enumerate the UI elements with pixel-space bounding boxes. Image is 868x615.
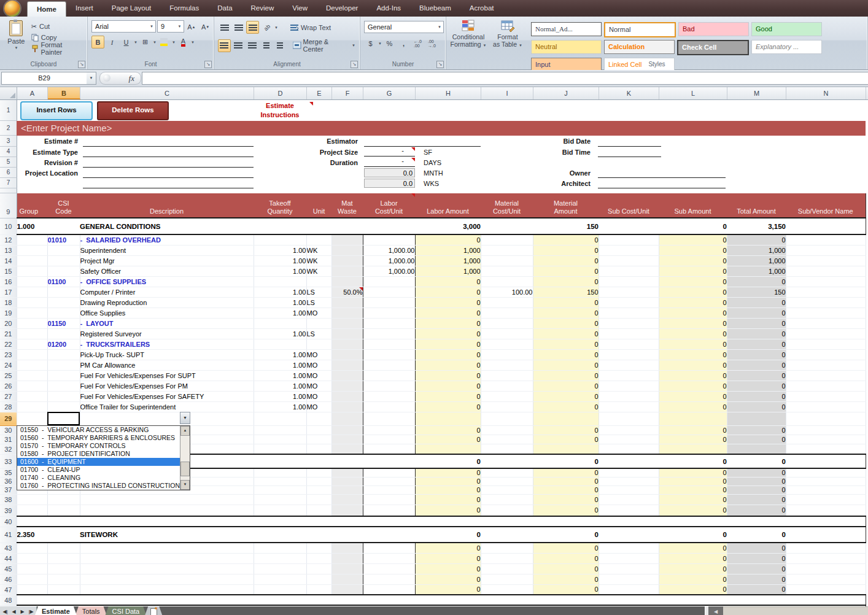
cell-J40[interactable] (533, 516, 599, 527)
cell-C40[interactable] (80, 516, 254, 527)
formula-input[interactable] (142, 72, 868, 85)
cell-M16[interactable]: 0 (727, 276, 786, 287)
cell-J26[interactable]: 0 (533, 381, 599, 391)
cell-D40[interactable] (254, 516, 306, 527)
cell-J29[interactable] (533, 412, 599, 425)
cell-N17[interactable] (786, 287, 866, 297)
cell-K25[interactable] (599, 370, 659, 381)
scroll-down-icon[interactable]: ▼ (180, 480, 190, 490)
cell-C41[interactable]: SITEWORK (80, 527, 254, 543)
increase-indent-button[interactable] (274, 39, 287, 52)
cell-D43[interactable] (254, 543, 306, 553)
cell-G44[interactable] (363, 553, 415, 563)
next-sheet-icon[interactable]: ▶ (18, 609, 26, 614)
cell-H33[interactable]: 0 (415, 454, 481, 468)
cell-D38[interactable] (254, 494, 306, 505)
cell-F41[interactable] (331, 527, 363, 543)
insert-rows-button[interactable]: Insert Rows (20, 101, 93, 120)
header-cell-N9[interactable]: Sub/Vendor Name (786, 193, 866, 218)
header-cell-E9[interactable]: Unit (306, 193, 331, 218)
row-header-24[interactable]: 24 (0, 360, 17, 370)
cell-K10[interactable] (599, 218, 659, 234)
cell-J33[interactable]: 0 (533, 454, 599, 468)
cell-H18[interactable]: 0 (415, 297, 481, 308)
owner-field[interactable] (598, 168, 726, 178)
cell-A23[interactable] (17, 349, 47, 360)
cell-I38[interactable] (481, 494, 533, 505)
cell-J16[interactable]: 0 (533, 276, 599, 287)
cell-G40[interactable] (363, 516, 415, 527)
csi-option-01600[interactable]: 01600 - EQUIPMENT (17, 458, 180, 466)
cell-H40[interactable] (415, 516, 481, 527)
cell-N38[interactable] (786, 494, 866, 505)
cell-K23[interactable] (599, 349, 659, 360)
row-header-3[interactable]: 3 (0, 136, 17, 147)
cell-C15[interactable]: Safety Officer (80, 266, 254, 276)
grow-font-button[interactable]: A▲ (185, 20, 198, 33)
cell-F19[interactable] (331, 308, 363, 318)
row-header-28[interactable]: 28 (0, 401, 17, 412)
cell-E23[interactable]: MO (306, 349, 331, 360)
cell-L25[interactable]: 0 (659, 370, 727, 381)
architect-field[interactable] (598, 178, 726, 188)
cell-N18[interactable] (786, 297, 866, 308)
cell-D15[interactable]: 1.00 (254, 266, 306, 276)
cell-F20[interactable] (331, 318, 363, 328)
cell-F36[interactable] (331, 477, 363, 485)
ribbon-tab-home[interactable]: Home (27, 1, 66, 17)
cell-L38[interactable]: 0 (659, 494, 727, 505)
cell-E16[interactable] (306, 276, 331, 287)
cell-C14[interactable]: Project Mgr (80, 255, 254, 266)
cell-B43[interactable] (47, 543, 80, 553)
cell-M43[interactable]: 0 (727, 543, 786, 553)
column-header-C[interactable]: C (80, 87, 254, 99)
cell-C22[interactable]: TRUCKS/TRAILERS (80, 339, 254, 349)
cell-K39[interactable] (599, 505, 659, 516)
fill-caret-icon[interactable]: ▼ (172, 41, 176, 44)
header-cell-C9[interactable]: Description (80, 193, 254, 218)
cell-I13[interactable] (481, 245, 533, 255)
cell-F24[interactable] (331, 360, 363, 370)
cell-H36[interactable]: 0 (415, 477, 481, 485)
header-cell-F9[interactable]: MatWaste (331, 193, 363, 218)
cell-M32[interactable] (727, 444, 786, 454)
cell-E24[interactable]: MO (306, 360, 331, 370)
cell-N22[interactable] (786, 339, 866, 349)
cell-M28[interactable]: 0 (727, 401, 786, 412)
cell-B29[interactable] (47, 412, 80, 425)
cell-A22[interactable] (17, 339, 47, 349)
cell-L19[interactable]: 0 (659, 308, 727, 318)
ribbon-tab-page-layout[interactable]: Page Layout (103, 1, 161, 15)
cell-A20[interactable] (17, 318, 47, 328)
row-header-12[interactable]: 12 (0, 234, 17, 245)
cell-A17[interactable] (17, 287, 47, 297)
cell-H30[interactable]: 0 (415, 425, 481, 435)
row-header-25[interactable]: 25 (0, 370, 17, 381)
font-color-button[interactable]: A (177, 36, 190, 48)
style-good[interactable]: Good (751, 22, 822, 36)
row-header-6[interactable]: 6 (0, 168, 17, 178)
cell-N15[interactable] (786, 266, 866, 276)
cell-F32[interactable] (331, 444, 363, 454)
ribbon-tab-bluebeam[interactable]: Bluebeam (410, 1, 460, 15)
cell-A39[interactable] (17, 505, 47, 516)
cell-C45[interactable] (80, 563, 254, 574)
cell-M36[interactable]: 0 (727, 477, 786, 485)
last-sheet-icon[interactable]: |▶ (27, 609, 35, 614)
cell-L16[interactable]: 0 (659, 276, 727, 287)
row-header-47[interactable]: 47 (0, 584, 17, 595)
cell-L18[interactable]: 0 (659, 297, 727, 308)
cell-D33[interactable] (254, 454, 306, 468)
header-cell-D9[interactable]: TakeoffQuantity (254, 193, 306, 218)
cell-L36[interactable]: 0 (659, 477, 727, 485)
decrease-decimal-button[interactable]: .00→.0 (425, 37, 438, 50)
cell-A25[interactable] (17, 370, 47, 381)
row-header-23[interactable]: 23 (0, 349, 17, 360)
cell-C43[interactable] (80, 543, 254, 553)
orientation-caret-icon[interactable]: ▼ (274, 26, 278, 29)
cell-D26[interactable]: 1.00 (254, 381, 306, 391)
column-header-N[interactable]: N (786, 87, 866, 99)
cell-B39[interactable] (47, 505, 80, 516)
cell-A27[interactable] (17, 391, 47, 401)
cell-F27[interactable] (331, 391, 363, 401)
